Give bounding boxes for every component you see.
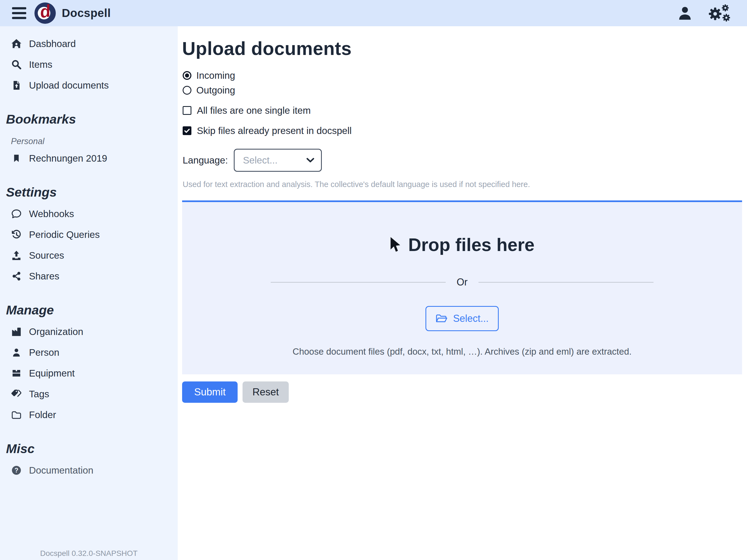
- sidebar-item-organization[interactable]: Organization: [0, 321, 178, 342]
- menu-icon[interactable]: [12, 6, 27, 20]
- radio-label[interactable]: Incoming: [196, 70, 235, 81]
- folder-open-icon: [436, 314, 447, 324]
- sidebar-item-label: Shares: [29, 271, 59, 282]
- reset-button[interactable]: Reset: [242, 381, 289, 403]
- bookmark-icon: [11, 153, 22, 163]
- house-user-icon: [11, 39, 22, 49]
- sidebar-item-label: Sources: [29, 250, 64, 261]
- sidebar-item-label: Documentation: [29, 465, 93, 476]
- question-circle-icon: ?: [11, 465, 22, 476]
- radio-label[interactable]: Outgoing: [196, 85, 235, 96]
- divider-line: [479, 282, 653, 283]
- industry-icon: [11, 327, 22, 337]
- check-icon: [184, 127, 190, 134]
- sidebar-item-folder[interactable]: Folder: [0, 404, 178, 425]
- search-icon: [11, 59, 22, 70]
- sidebar-item-label: Person: [29, 347, 59, 358]
- history-icon: [11, 229, 22, 240]
- sidebar-item-upload-documents[interactable]: Upload documents: [0, 75, 178, 96]
- file-upload-icon: [11, 80, 22, 91]
- select-files-button[interactable]: Select...: [426, 306, 499, 331]
- form-actions: Submit Reset: [182, 381, 743, 403]
- main-content: Upload documents Incoming Outgoing All f…: [178, 26, 747, 560]
- box-icon: [11, 368, 22, 378]
- sidebar-item-label: Items: [29, 59, 52, 70]
- sidebar-item-label: Equipment: [29, 368, 75, 379]
- user-account-icon[interactable]: [670, 6, 699, 21]
- sidebar-section-manage: Manage: [6, 302, 178, 317]
- language-hint: Used for text extraction and analysis. T…: [183, 180, 743, 189]
- sidebar-section-misc: Misc: [6, 441, 178, 456]
- dropzone-title: Drop files here: [408, 234, 535, 255]
- sidebar-item-label: Rechnungen 2019: [29, 153, 107, 164]
- sidebar-section-bookmarks: Bookmarks: [6, 111, 178, 127]
- sidebar-item-documentation[interactable]: ? Documentation: [0, 460, 178, 481]
- radio-outgoing[interactable]: [183, 86, 191, 95]
- radio-incoming[interactable]: [183, 71, 191, 80]
- or-label: Or: [457, 276, 468, 288]
- language-row: Language: Select...: [183, 149, 743, 172]
- sidebar-item-label: Tags: [29, 388, 49, 400]
- language-select-value: Select...: [243, 155, 306, 166]
- radio-row-incoming[interactable]: Incoming: [183, 70, 743, 81]
- folder-icon: [11, 410, 22, 420]
- submit-button[interactable]: Submit: [182, 381, 238, 403]
- sidebar-item-equipment[interactable]: Equipment: [0, 363, 178, 384]
- divider-line: [271, 282, 446, 283]
- svg-text:?: ?: [15, 467, 18, 474]
- settings-gears-icon[interactable]: [699, 4, 737, 22]
- sidebar-section-settings: Settings: [6, 184, 178, 200]
- sidebar-item-bookmark[interactable]: Rechnungen 2019: [0, 148, 178, 169]
- share-nodes-icon: [11, 271, 22, 281]
- comment-icon: [11, 209, 22, 219]
- page-title: Upload documents: [182, 38, 743, 59]
- sidebar-item-person[interactable]: Person: [0, 342, 178, 363]
- checkbox-single-item[interactable]: [183, 106, 191, 115]
- mouse-pointer-icon: [390, 236, 401, 253]
- bookmark-group-label: Personal: [11, 136, 178, 146]
- language-select[interactable]: Select...: [234, 149, 322, 172]
- sidebar-item-sources[interactable]: Sources: [0, 245, 178, 266]
- sidebar-item-label: Upload documents: [29, 80, 109, 91]
- sidebar-item-tags[interactable]: Tags: [0, 384, 178, 404]
- checkbox-label[interactable]: Skip files already present in docspell: [197, 125, 352, 136]
- select-files-label: Select...: [453, 313, 489, 324]
- sidebar-item-dashboard[interactable]: Dasbhoard: [0, 33, 178, 54]
- tags-icon: [11, 389, 22, 399]
- sidebar-item-shares[interactable]: Shares: [0, 266, 178, 286]
- sidebar-item-label: Folder: [29, 409, 56, 420]
- checkbox-label[interactable]: All files are one single item: [197, 105, 311, 116]
- file-dropzone[interactable]: Drop files here Or Select... Choose docu…: [182, 200, 742, 374]
- radio-row-outgoing[interactable]: Outgoing: [183, 85, 743, 96]
- sidebar-item-label: Webhooks: [29, 208, 74, 219]
- version-label: Docspell 0.32.0-SNAPSHOT: [0, 549, 178, 560]
- docspell-logo-icon: d: [34, 2, 56, 24]
- dropzone-description: Choose document files (pdf, docx, txt, h…: [187, 347, 737, 357]
- sidebar-item-periodic-queries[interactable]: Periodic Queries: [0, 224, 178, 245]
- top-bar: d Docspell: [0, 0, 747, 26]
- upload-icon: [11, 250, 22, 261]
- app-title: Docspell: [62, 6, 111, 20]
- sidebar-item-webhooks[interactable]: Webhooks: [0, 203, 178, 224]
- or-divider: Or: [187, 276, 737, 288]
- sidebar-item-label: Dasbhoard: [29, 38, 76, 49]
- language-label: Language:: [183, 155, 228, 166]
- chevron-down-icon: [306, 157, 314, 163]
- checkbox-row-single-item[interactable]: All files are one single item: [183, 105, 743, 116]
- checkbox-row-skip-files[interactable]: Skip files already present in docspell: [183, 125, 743, 136]
- sidebar-item-items[interactable]: Items: [0, 54, 178, 75]
- sidebar-item-label: Organization: [29, 326, 83, 337]
- checkbox-skip-files[interactable]: [183, 126, 191, 135]
- dropzone-title-row: Drop files here: [187, 234, 737, 255]
- sidebar-item-label: Periodic Queries: [29, 229, 100, 240]
- person-icon: [11, 348, 22, 357]
- sidebar: Dasbhoard Items Upload documents Bookmar…: [0, 26, 178, 560]
